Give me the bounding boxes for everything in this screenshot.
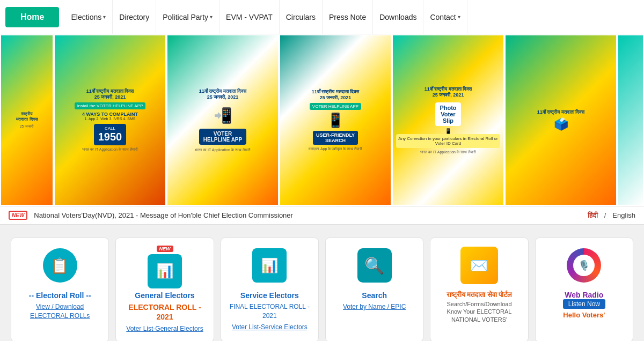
- electoral-roll-link[interactable]: View / DownloadELECTORAL ROLLs: [30, 302, 90, 321]
- news-ticker: NEW National Voters'Day(NVD), 2021 - Mes…: [0, 206, 644, 225]
- card-national-voters[interactable]: ✉️ राष्ट्रीय मतदाता सेवा पोर्टल Search/F…: [430, 238, 528, 341]
- nav-directory[interactable]: Directory: [113, 0, 156, 34]
- carousel-item[interactable]: 11वाँ राष्ट्रीय मतदाता दिवस25 जनवरी, 202…: [166, 34, 279, 206]
- nav-evm[interactable]: EVM - VVPAT: [219, 0, 280, 34]
- nav-political-party[interactable]: Political Party ▾: [156, 0, 219, 34]
- web-radio-icon-wrap: 🎙️: [565, 247, 603, 284]
- nav-circulars[interactable]: Circulars: [280, 0, 323, 34]
- carousel-item[interactable]: 11वाँ राष्ट्रीय मतदाता दिवस25 जनवरी, 202…: [392, 34, 504, 206]
- nav-contact[interactable]: Contact ▾: [423, 0, 467, 34]
- carousel-item[interactable]: 11वाँ राष्ट्रीय मतदाता दिवस25 जनवरी, 202…: [279, 34, 392, 206]
- ticker-text: National Voters'Day(NVD), 2021 - Message…: [34, 211, 581, 219]
- carousel-item[interactable]: 11वाँ राष्ट्रीय मतदाता दिवस 🗳️: [504, 34, 617, 206]
- chevron-down-icon: ▾: [103, 14, 106, 20]
- general-electors-icon: 📊: [148, 254, 182, 288]
- hello-voters-title: Hello Voters': [563, 311, 605, 319]
- listen-now-badge[interactable]: Listen Now: [563, 299, 605, 309]
- search-icon-wrap: 🔍: [356, 247, 393, 284]
- web-radio-title: Web Radio: [565, 291, 603, 299]
- nav-menu: Elections ▾ Directory Political Party ▾ …: [64, 0, 467, 34]
- general-electors-title2: ELECTORAL ROLL - 2021: [121, 302, 208, 322]
- nav-downloads[interactable]: Downloads: [373, 0, 423, 34]
- electoral-roll-icon: 📋: [43, 248, 77, 283]
- general-electors-icon-wrap: NEW 📊: [146, 247, 184, 284]
- search-title: Search: [362, 291, 387, 300]
- nav-press-note[interactable]: Press Note: [323, 0, 373, 34]
- carousel-item[interactable]: [617, 34, 644, 206]
- card-electoral-roll[interactable]: 📋 -- Electoral Roll -- View / DownloadEL…: [11, 238, 109, 341]
- search-link[interactable]: Voter by Name / EPIC: [343, 302, 406, 312]
- service-electors-icon: 📊: [252, 248, 287, 283]
- divider: /: [604, 211, 606, 219]
- electoral-roll-title: -- Electoral Roll --: [29, 291, 91, 300]
- national-voters-icon-wrap: ✉️: [460, 247, 498, 284]
- service-electors-title2: FINAL ELECTORAL ROLL - 2021: [226, 302, 313, 321]
- service-electors-icon-wrap: 📊: [251, 247, 288, 284]
- hindi-link[interactable]: हिंदी: [588, 211, 598, 220]
- carousel-track: राष्ट्रीयमतदाता दिवस 25 जनवरी 11वाँ राष्…: [0, 34, 644, 206]
- home-button[interactable]: Home: [5, 7, 59, 27]
- card-web-radio[interactable]: 🎙️ Web Radio Listen Now Hello Voters': [535, 238, 633, 341]
- chevron-down-icon: ▾: [210, 14, 213, 20]
- service-electors-title1: Service Electors: [240, 291, 299, 300]
- nav-elections[interactable]: Elections ▾: [64, 0, 113, 34]
- chevron-down-icon: ▾: [458, 14, 460, 20]
- electoral-roll-icon-wrap: 📋: [41, 247, 79, 284]
- cards-section: 📋 -- Electoral Roll -- View / DownloadEL…: [0, 225, 644, 341]
- search-icon: 🔍: [357, 248, 392, 283]
- radio-icon: 🎙️: [567, 248, 601, 283]
- carousel-item[interactable]: 11वाँ राष्ट्रीय मतदाता दिवस25 जनवरी, 202…: [54, 34, 166, 206]
- national-voters-title: राष्ट्रीय मतदाता सेवा पोर्टल: [447, 291, 513, 299]
- national-voters-text: Search/Forms/DownloadKnow Your ELECTORAL…: [447, 300, 511, 323]
- general-electors-title1: General Electors: [135, 291, 194, 300]
- navbar: Home Elections ▾ Directory Political Par…: [0, 0, 644, 34]
- general-electors-link[interactable]: Voter List-General Electors: [126, 324, 203, 333]
- card-service-electors[interactable]: 📊 Service Electors FINAL ELECTORAL ROLL …: [221, 238, 319, 341]
- new-badge: NEW: [9, 211, 27, 220]
- carousel-item[interactable]: राष्ट्रीयमतदाता दिवस 25 जनवरी: [0, 34, 54, 206]
- new-badge: NEW: [157, 246, 173, 252]
- carousel: राष्ट्रीयमतदाता दिवस 25 जनवरी 11वाँ राष्…: [0, 34, 644, 206]
- english-link[interactable]: English: [612, 211, 635, 219]
- service-electors-link[interactable]: Voter List-Service Electors: [232, 323, 308, 332]
- card-general-electors[interactable]: NEW 📊 General Electors ELECTORAL ROLL - …: [115, 238, 214, 341]
- national-voters-icon: ✉️: [460, 247, 498, 284]
- card-search[interactable]: 🔍 Search Voter by Name / EPIC: [325, 238, 423, 341]
